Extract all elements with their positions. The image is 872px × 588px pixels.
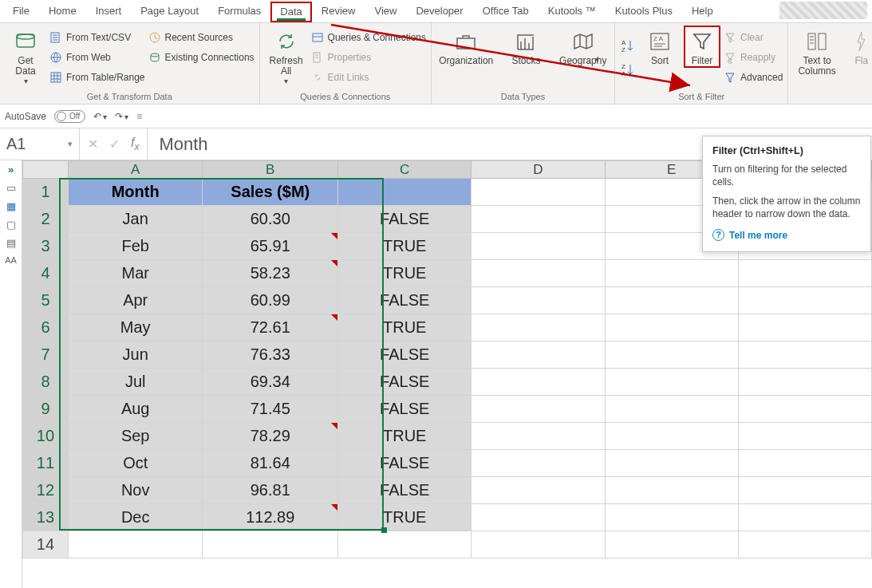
from-web-button[interactable]: From Web — [49, 49, 145, 66]
recent-sources-button[interactable]: Recent Sources — [148, 29, 254, 46]
cell-D6[interactable] — [472, 314, 605, 341]
cell-B4[interactable]: 58.23 — [203, 260, 338, 287]
cell-D4[interactable] — [472, 260, 605, 287]
cell-E12[interactable] — [605, 477, 738, 504]
row-header-4[interactable]: 4 — [23, 260, 69, 287]
cell-B8[interactable]: 69.34 — [203, 369, 338, 396]
name-box[interactable]: A1 ▾ — [0, 128, 80, 160]
sidepanel-icon-4[interactable]: ▤ — [6, 237, 16, 249]
cell-D8[interactable] — [472, 369, 605, 396]
cell-A2[interactable]: Jan — [68, 206, 202, 233]
cell-A6[interactable]: May — [68, 314, 202, 341]
row-header-7[interactable]: 7 — [23, 341, 69, 369]
cell-A10[interactable]: Sep — [68, 423, 202, 450]
flash-fill-button[interactable]: Fla — [844, 26, 872, 66]
organization-button[interactable]: Organization — [436, 26, 495, 66]
undo-button[interactable]: ↶▾ — [93, 111, 107, 122]
cell-F7[interactable] — [738, 341, 871, 369]
expand-ribbon-icon[interactable]: » — [8, 164, 14, 176]
tab-pagelayout[interactable]: Page Layout — [131, 1, 208, 22]
row-header-9[interactable]: 9 — [23, 396, 69, 423]
cell-B9[interactable]: 71.45 — [203, 396, 338, 423]
cell-F10[interactable] — [738, 423, 871, 450]
row-header-5[interactable]: 5 — [23, 287, 69, 314]
tab-insert[interactable]: Insert — [86, 1, 132, 22]
cell-A9[interactable]: Aug — [68, 396, 202, 423]
sidepanel-icon-1[interactable]: ▭ — [6, 182, 16, 194]
row-header-8[interactable]: 8 — [23, 369, 69, 396]
cell-A5[interactable]: Apr — [68, 287, 202, 314]
cell-B12[interactable]: 96.81 — [203, 477, 338, 504]
cell-C8[interactable]: FALSE — [338, 369, 472, 396]
cell-A1[interactable]: Month — [68, 179, 202, 206]
cell-D11[interactable] — [472, 450, 605, 477]
cell-C9[interactable]: FALSE — [338, 396, 472, 423]
cell-B2[interactable]: 60.30 — [203, 206, 338, 233]
row-header-12[interactable]: 12 — [23, 477, 69, 504]
cell-E10[interactable] — [605, 423, 738, 450]
tab-file[interactable]: File — [3, 1, 39, 22]
sidepanel-icon-5[interactable]: AA — [5, 255, 17, 265]
tell-me-more-link[interactable]: ? Tell me more — [712, 229, 861, 242]
redo-button[interactable]: ↷▾ — [115, 111, 128, 122]
geography-button[interactable]: Geography ▾ — [556, 26, 610, 75]
cell-C6[interactable]: TRUE — [338, 314, 472, 341]
cell-F13[interactable] — [738, 504, 871, 531]
cell-A3[interactable]: Feb — [68, 233, 202, 260]
qat-more[interactable]: ≡ — [136, 111, 142, 122]
cell-D5[interactable] — [472, 287, 605, 314]
cell-C14[interactable] — [338, 531, 472, 558]
cell-B7[interactable]: 76.33 — [203, 341, 338, 369]
cell-F9[interactable] — [738, 396, 871, 423]
cell-C3[interactable]: TRUE — [338, 233, 472, 260]
cell-D1[interactable] — [472, 179, 605, 206]
queries-connections-button[interactable]: Queries & Connections — [311, 29, 426, 46]
from-table-range-button[interactable]: From Table/Range — [49, 69, 145, 86]
cell-C2[interactable]: FALSE — [338, 206, 472, 233]
cell-F14[interactable] — [738, 531, 871, 558]
cell-B10[interactable]: 78.29 — [203, 423, 338, 450]
cell-A4[interactable]: Mar — [68, 260, 202, 287]
row-header-3[interactable]: 3 — [23, 233, 69, 260]
cell-D3[interactable] — [472, 233, 605, 260]
tab-developer[interactable]: Developer — [406, 1, 472, 22]
from-text-csv-button[interactable]: From Text/CSV — [49, 29, 145, 46]
cell-A7[interactable]: Jun — [68, 341, 202, 369]
enter-formula-icon[interactable]: ✓ — [109, 136, 120, 152]
tab-data[interactable]: Data — [270, 2, 311, 22]
column-header-B[interactable]: B — [203, 161, 338, 179]
cell-D2[interactable] — [472, 206, 605, 233]
cell-E4[interactable] — [605, 260, 738, 287]
fx-icon[interactable]: fx — [131, 136, 139, 152]
filter-button[interactable]: Filter — [684, 26, 720, 68]
cell-D14[interactable] — [472, 531, 605, 558]
tab-officetab[interactable]: Office Tab — [473, 1, 539, 22]
tab-home[interactable]: Home — [39, 1, 86, 22]
cell-D12[interactable] — [472, 477, 605, 504]
cell-D7[interactable] — [472, 341, 605, 369]
cell-E7[interactable] — [605, 341, 738, 369]
stocks-button[interactable]: Stocks — [505, 26, 546, 66]
cell-F4[interactable] — [738, 260, 871, 287]
tab-view[interactable]: View — [365, 1, 406, 22]
cell-A14[interactable] — [68, 531, 202, 558]
tab-review[interactable]: Review — [312, 1, 365, 22]
tab-formulas[interactable]: Formulas — [208, 1, 270, 22]
sidepanel-icon-2[interactable]: ▦ — [6, 200, 16, 212]
cell-C13[interactable]: TRUE — [338, 504, 472, 531]
cell-C7[interactable]: FALSE — [338, 341, 472, 369]
row-header-11[interactable]: 11 — [23, 450, 69, 477]
row-header-1[interactable]: 1 — [23, 179, 69, 206]
cell-B1[interactable]: Sales ($M) — [203, 179, 338, 206]
cell-A11[interactable]: Oct — [68, 450, 202, 477]
row-header-14[interactable]: 14 — [23, 531, 69, 558]
cell-E9[interactable] — [605, 396, 738, 423]
sidepanel-icon-3[interactable]: ▢ — [6, 219, 16, 231]
cell-D9[interactable] — [472, 396, 605, 423]
cell-F12[interactable] — [738, 477, 871, 504]
sort-button[interactable]: Z A Sort — [639, 26, 681, 66]
autosave-toggle[interactable]: Off — [54, 110, 85, 123]
row-header-13[interactable]: 13 — [23, 504, 69, 531]
tab-help[interactable]: Help — [682, 1, 723, 22]
refresh-all-button[interactable]: Refresh All ▾ — [265, 26, 308, 85]
